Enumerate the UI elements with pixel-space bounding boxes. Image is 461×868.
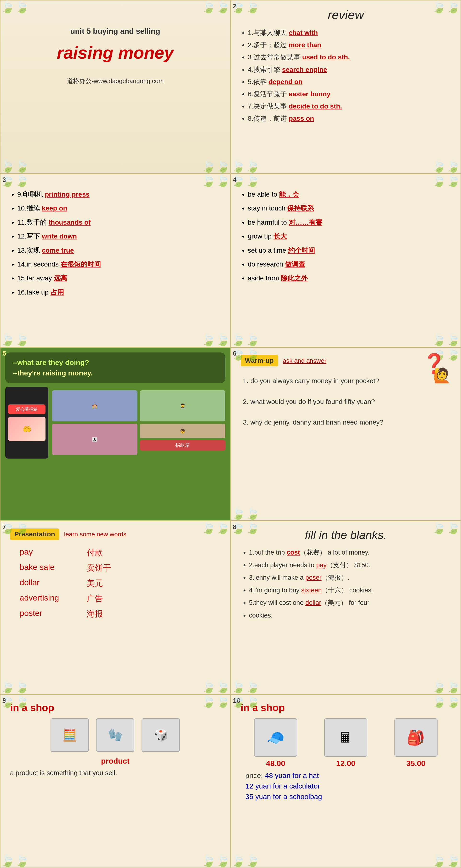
review-title: review <box>241 8 451 22</box>
vocab-row-2: bake sale 卖饼干 <box>20 562 221 574</box>
slide-1: 🍃🍃 🍃🍃 🍃🍃 🍃🍃 unit 5 buying and selling ra… <box>0 0 230 174</box>
review-item-6: 6.复活节兔子 easter bunny <box>248 89 451 99</box>
slide5-scene-3: 👩‍👧‍👦 <box>52 424 137 455</box>
fill-item-6: cookies. <box>249 611 451 620</box>
shop-item-3: 🎒 35.00 <box>394 718 437 768</box>
slide-5: 5 --what are they doing? --they're raisi… <box>0 347 230 521</box>
leaf-tl-7: 🍃🍃 <box>0 521 29 535</box>
price-line-2: 12 yuan for a calculator <box>245 782 451 790</box>
leaf-tl-4: 🍃🍃 <box>231 174 260 187</box>
presentation-banner: Presentation learn some new words <box>10 528 221 540</box>
slide4-item-1: be able to 能，会 <box>248 188 451 200</box>
leaf-bl-9: 🍃🍃 <box>0 854 29 868</box>
shop-items: 🧢 48.00 🖩 12.00 🎒 35.00 <box>241 718 451 768</box>
leaf-bl-4: 🍃🍃 <box>231 333 260 347</box>
fill-item-2: 2.each player needs to pay（支付） $150. <box>249 560 451 570</box>
schoolbag-price: 35.00 <box>406 759 426 768</box>
question-3: 3. why do jenny, danny and brian need mo… <box>243 415 451 430</box>
vocab-row-1: pay 付款 <box>20 547 221 558</box>
leaf-tr-3: 🍃🍃 <box>202 174 230 187</box>
leaf-tl-10: 🍃🍃 <box>231 695 260 708</box>
leaf-tr-1: 🍃🍃 <box>202 0 230 14</box>
slide5-scene-2: 👨‍🎓 <box>140 390 225 422</box>
leaf-bl-10: 🍃🍃 <box>231 854 260 868</box>
product-img-3: 🎲 <box>142 718 180 752</box>
leaf-br-1: 🍃🍃 <box>202 160 230 173</box>
vocab-row-5: poster 海报 <box>20 609 221 619</box>
slide-8: 8 🍃🍃 🍃🍃 🍃🍃 🍃🍃 fill in the blanks. 1.but … <box>230 521 461 694</box>
slide5-scenes: 🏫 👨‍🎓 👩‍👧‍👦 👦 捐款箱 <box>52 390 225 455</box>
slide4-item-7: aside from 除此之外 <box>248 272 451 284</box>
review-item-5: 5.依靠 depend on <box>248 77 451 87</box>
review-item-3: 3.过去常常做某事 used to do sth. <box>248 53 451 62</box>
slide5-scene-4: 👦 <box>140 424 225 438</box>
slide3-item-1: 9.印刷机 printing press <box>17 188 221 200</box>
slide3-item-5: 13.实现 come true <box>17 245 221 256</box>
leaf-tl-8: 🍃🍃 <box>231 521 260 535</box>
leaf-bl-1: 🍃🍃 <box>0 160 29 173</box>
slide5-charity-text: 爱心募捐箱 <box>8 404 45 414</box>
leaf-tr-4: 🍃🍃 <box>432 174 461 187</box>
leaf-br-4: 🍃🍃 <box>432 333 461 347</box>
slide5-phone: 爱心募捐箱 🤲 <box>5 387 49 459</box>
hat-price: 48.00 <box>266 759 285 768</box>
leaf-tl-3: 🍃🍃 <box>0 174 29 187</box>
shop-item-2: 🖩 12.00 <box>324 718 367 768</box>
slide-5-number: 5 <box>2 350 6 357</box>
price-label: price: <box>245 772 263 779</box>
slide4-item-3: be harmful to 对……有害 <box>248 216 451 228</box>
fill-item-5: 5.they will cost one dollar（美元） for four <box>249 598 451 608</box>
slide5-question-box: --what are they doing? --they're raising… <box>5 352 225 383</box>
review-item-4: 4.搜索引擎 search engine <box>248 65 451 74</box>
slide3-list: 9.印刷机 printing press 10.继续 keep on 11.数千… <box>10 188 221 298</box>
slide-9: 9 🍃🍃 🍃🍃 🍃🍃 🍃🍃 in a shop 🧮 🧤 🎲 product a … <box>0 694 230 868</box>
review-item-8: 8.传递，前进 pass on <box>248 114 451 123</box>
slide5-scene-4-group: 👦 捐款箱 <box>140 424 225 455</box>
calculator-price: 12.00 <box>336 759 356 768</box>
vocab-table: pay 付款 bake sale 卖饼干 dollar 美元 advertisi… <box>10 547 221 619</box>
fill-item-1: 1.but the trip cost（花费） a lot of money. <box>249 548 451 557</box>
website-text: 道格办公-www.daogebangong.com <box>10 77 221 85</box>
price-line-3: 35 yuan for a schoolbag <box>245 793 451 801</box>
review-list: 1.与某人聊天 chat with 2.多于；超过 more than 3.过去… <box>241 28 451 123</box>
leaf-br-2: 🍃🍃 <box>432 160 461 173</box>
leaf-tl-9: 🍃🍃 <box>0 695 29 708</box>
leaf-tr-2: 🍃🍃 <box>432 0 461 14</box>
fill-item-3: 3.jenny will make a poser（海报）. <box>249 573 451 583</box>
warmup-banner: Warm-up ask and answer <box>241 355 451 366</box>
main-title: raising money <box>10 43 221 62</box>
schoolbag-icon: 🎒 <box>394 718 437 757</box>
slide5-answer: --they're raising money. <box>12 369 218 377</box>
product-description: a product is something that you sell. <box>10 769 221 777</box>
fill-title: fill in the blanks. <box>241 528 451 541</box>
slide3-item-8: 16.take up 占用 <box>17 286 221 298</box>
slide4-list: be able to 能，会 stay in touch 保持联系 be har… <box>241 188 451 284</box>
vocab-row-4: advertising 广告 <box>20 593 221 604</box>
slide3-item-2: 10.继续 keep on <box>17 202 221 214</box>
leaf-tr-10: 🍃🍃 <box>432 695 461 708</box>
leaf-tl-1: 🍃🍃 <box>0 0 29 14</box>
review-item-2: 2.多于；超过 more than <box>248 40 451 50</box>
product-img-1: 🧮 <box>51 718 89 752</box>
slide5-scene-1: 🏫 <box>52 390 137 422</box>
leaf-tl-6: 🍃🍃 <box>231 348 260 361</box>
leaf-bl-7: 🍃🍃 <box>0 681 29 694</box>
slide-6: 6 🍃🍃 🍃🍃 🍃🍃 ❓ 🙋 Warm-up ask and answer 1.… <box>230 347 461 521</box>
slide-1-content: unit 5 buying and selling raising money … <box>10 27 221 85</box>
leaf-bl-6: 🍃🍃 <box>231 507 260 520</box>
slide3-item-6: 14.in seconds 在很短的时间 <box>17 258 221 270</box>
unit-title: unit 5 buying and selling <box>10 27 221 36</box>
slide-2: 2 🍃🍃 🍃🍃 🍃🍃 🍃🍃 review 1.与某人聊天 chat with 2… <box>230 0 461 174</box>
slide5-donate-box: 捐款箱 <box>140 440 225 451</box>
main-grid: 🍃🍃 🍃🍃 🍃🍃 🍃🍃 unit 5 buying and selling ra… <box>0 0 461 868</box>
price-header: price: 48 yuan for a hat <box>245 772 451 780</box>
review-item-1: 1.与某人聊天 chat with <box>248 28 451 37</box>
slide5-images: 爱心募捐箱 🤲 🏫 👨‍🎓 👩‍👧‍👦 👦 捐款箱 <box>5 387 225 459</box>
leaf-bl-2: 🍃🍃 <box>231 160 260 173</box>
product-label: product <box>10 757 221 766</box>
questions-list: 1. do you always carry money in your poc… <box>241 374 451 430</box>
slide5-hands-icon: 🤲 <box>8 417 45 441</box>
price-list: price: 48 yuan for a hat 12 yuan for a c… <box>241 772 451 801</box>
leaf-br-7: 🍃🍃 <box>202 681 230 694</box>
leaf-tl-2: 🍃🍃 <box>231 0 260 14</box>
